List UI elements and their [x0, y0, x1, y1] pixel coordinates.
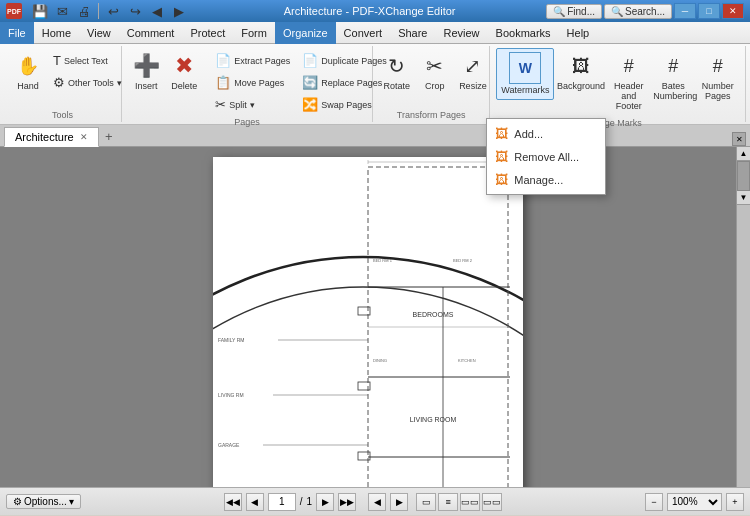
delete-label: Delete	[171, 82, 197, 92]
remove-all-label: Remove All...	[514, 151, 579, 163]
other-tools-icon: ⚙	[53, 75, 65, 90]
menu-organize[interactable]: Organize	[275, 22, 336, 44]
status-bar: ⚙ Options... ▾ ◀◀ ◀ / 1 ▶ ▶▶ ◀ ▶ ▭ ≡ ▭▭ …	[0, 487, 750, 515]
email-btn[interactable]: ✉	[52, 1, 72, 21]
split-chevron: ▾	[250, 100, 255, 110]
new-tab-btn[interactable]: +	[99, 126, 119, 146]
view-facing-btn[interactable]: ▭▭	[482, 493, 502, 511]
menu-home[interactable]: Home	[34, 22, 79, 44]
split-btn[interactable]: ✂ Split ▾	[210, 94, 295, 115]
hand-tool-btn[interactable]: ✋ Hand	[10, 48, 46, 96]
menu-review[interactable]: Review	[435, 22, 487, 44]
rotate-btn[interactable]: ↻ Rotate	[379, 48, 415, 96]
scroll-thumb[interactable]	[737, 161, 750, 191]
tab-scroll-right[interactable]: ✕	[732, 132, 746, 146]
menu-comment[interactable]: Comment	[119, 22, 183, 44]
nav-first-btn[interactable]: ◀◀	[224, 493, 242, 511]
nav-forward-btn[interactable]: ▶	[390, 493, 408, 511]
page-marks-buttons: W Watermarks 🖼 Add... 🖼 Remove All...	[496, 48, 739, 116]
bates-btn[interactable]: # Bates Numbering	[652, 48, 695, 106]
menu-bookmarks[interactable]: Bookmarks	[488, 22, 559, 44]
print-btn[interactable]: 🖨	[74, 1, 94, 21]
tab-close-btn[interactable]: ✕	[80, 132, 88, 142]
view-two-page-btn[interactable]: ▭▭	[460, 493, 480, 511]
close-btn[interactable]: ✕	[722, 3, 744, 19]
split-icon: ✂	[215, 97, 226, 112]
menu-form[interactable]: Form	[233, 22, 275, 44]
right-scrollbar[interactable]: ▲ ▼	[736, 147, 750, 487]
resize-btn[interactable]: ⤢ Resize	[455, 48, 491, 96]
move-pages-btn[interactable]: 📋 Move Pages	[210, 72, 295, 93]
save-btn[interactable]: 💾	[30, 1, 50, 21]
header-footer-btn[interactable]: # Header and Footer	[608, 48, 651, 116]
remove-all-item[interactable]: 🖼 Remove All...	[487, 145, 605, 168]
svg-text:KITCHEN: KITCHEN	[458, 358, 476, 363]
menu-convert[interactable]: Convert	[336, 22, 391, 44]
window-title: Architecture - PDF-XChange Editor	[193, 5, 546, 17]
back-btn[interactable]: ◀	[147, 1, 167, 21]
menu-protect[interactable]: Protect	[182, 22, 233, 44]
watermarks-icon: W	[509, 52, 541, 84]
number-pages-label: Number Pages	[702, 82, 735, 102]
manage-icon: 🖼	[495, 172, 508, 187]
maximize-btn[interactable]: □	[698, 3, 720, 19]
menu-help[interactable]: Help	[559, 22, 598, 44]
menu-file[interactable]: File	[0, 22, 34, 44]
delete-btn[interactable]: ✖ Delete	[166, 48, 202, 96]
search-icon: 🔍	[611, 6, 623, 17]
select-text-btn[interactable]: T Select Text	[48, 50, 127, 71]
crop-btn[interactable]: ✂ Crop	[417, 48, 453, 96]
zoom-in-btn[interactable]: +	[726, 493, 744, 511]
background-btn[interactable]: 🖼 Background	[556, 48, 605, 96]
ribbon-group-tools: ✋ Hand T Select Text ⚙ Other Tools ▾ Too…	[4, 46, 122, 122]
ribbon-group-pages: ➕ Insert ✖ Delete 📄 Extract Pages 📋 Move…	[122, 46, 373, 122]
app-icon: PDF	[6, 3, 22, 19]
svg-text:FAMILY RM: FAMILY RM	[218, 337, 245, 343]
extract-pages-btn[interactable]: 📄 Extract Pages	[210, 50, 295, 71]
find-bar[interactable]: 🔍 Find...	[546, 4, 602, 19]
manage-item[interactable]: 🖼 Manage...	[487, 168, 605, 191]
extract-icon: 📄	[215, 53, 231, 68]
nav-last-btn[interactable]: ▶▶	[338, 493, 356, 511]
zoom-select[interactable]: 100% 75% 125% 150% 200%	[667, 493, 722, 511]
tab-architecture[interactable]: Architecture ✕	[4, 127, 99, 147]
replace-icon: 🔄	[302, 75, 318, 90]
ribbon-row: ✋ Hand T Select Text ⚙ Other Tools ▾ Too…	[0, 44, 750, 124]
menu-share[interactable]: Share	[390, 22, 435, 44]
insert-btn[interactable]: ➕ Insert	[128, 48, 164, 96]
find-icon: 🔍	[553, 6, 565, 17]
pages-group-label: Pages	[128, 115, 366, 127]
extract-label: Extract Pages	[234, 56, 290, 66]
minimize-btn[interactable]: ─	[674, 3, 696, 19]
document-area: BEDROOMS LIVING ROOM BASEMENT FAMILY RM …	[0, 147, 736, 487]
forward-btn[interactable]: ▶	[169, 1, 189, 21]
scroll-up-btn[interactable]: ▲	[737, 147, 750, 161]
other-tools-btn[interactable]: ⚙ Other Tools ▾	[48, 72, 127, 93]
scroll-down-btn[interactable]: ▼	[737, 191, 750, 205]
zoom-out-btn[interactable]: −	[645, 493, 663, 511]
add-watermark-item[interactable]: 🖼 Add...	[487, 122, 605, 145]
rotate-icon: ↻	[383, 52, 411, 80]
page-number-input[interactable]	[268, 493, 296, 511]
tab-architecture-label: Architecture	[15, 131, 74, 143]
watermarks-btn[interactable]: W Watermarks	[496, 48, 554, 100]
redo-btn[interactable]: ↪	[125, 1, 145, 21]
title-bar-left: PDF 💾 ✉ 🖨 ↩ ↪ ◀ ▶	[6, 1, 193, 21]
crop-label: Crop	[425, 82, 445, 92]
undo-btn[interactable]: ↩	[103, 1, 123, 21]
options-btn[interactable]: ⚙ Options... ▾	[6, 494, 81, 509]
nav-next-btn[interactable]: ▶	[316, 493, 334, 511]
nav-back-btn[interactable]: ◀	[368, 493, 386, 511]
title-bar: PDF 💾 ✉ 🖨 ↩ ↪ ◀ ▶ Architecture - PDF-XCh…	[0, 0, 750, 22]
view-continuous-btn[interactable]: ≡	[438, 493, 458, 511]
number-pages-btn[interactable]: # Number Pages	[697, 48, 740, 106]
add-watermark-label: Add...	[514, 128, 543, 140]
menu-view[interactable]: View	[79, 22, 119, 44]
insert-label: Insert	[135, 82, 158, 92]
select-text-label: Select Text	[64, 56, 108, 66]
search-bar[interactable]: 🔍 Search...	[604, 4, 672, 19]
nav-prev-btn[interactable]: ◀	[246, 493, 264, 511]
view-single-btn[interactable]: ▭	[416, 493, 436, 511]
svg-text:BED RM 1: BED RM 1	[373, 258, 393, 263]
options-icon: ⚙	[13, 496, 22, 507]
